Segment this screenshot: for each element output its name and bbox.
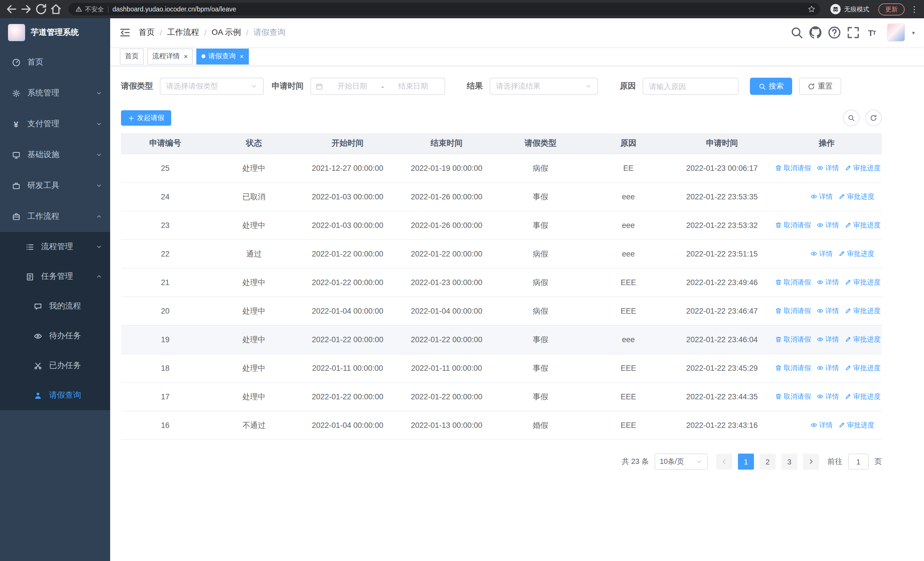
next-page-button[interactable] <box>803 454 819 469</box>
page-size-select[interactable]: 10条/页 <box>655 454 708 469</box>
sidebar-item[interactable]: 任务管理 <box>0 262 110 291</box>
bookmark-star-icon[interactable] <box>808 5 816 13</box>
cell-leave-type: 事假 <box>496 325 584 354</box>
sidebar-item[interactable]: 工作流程 <box>0 201 110 232</box>
result-select[interactable]: 请选择流结果 <box>490 78 598 95</box>
refresh-table-button[interactable] <box>865 110 882 126</box>
page-button[interactable]: 3 <box>782 454 797 469</box>
cancel-leave-link[interactable]: 取消请假 <box>775 278 811 287</box>
cell-apply-time: 2022-01-22 23:51:15 <box>672 240 772 268</box>
eye-icon <box>33 332 42 340</box>
update-button[interactable]: 更新 <box>878 3 904 15</box>
page-button[interactable]: 2 <box>760 454 776 469</box>
home-icon[interactable] <box>49 2 63 16</box>
reset-button[interactable]: 重置 <box>799 78 841 95</box>
reason-input[interactable] <box>643 78 738 95</box>
caret-down-icon[interactable]: ▾ <box>912 29 915 36</box>
search-button[interactable]: 搜索 <box>750 78 792 95</box>
detail-link[interactable]: 详情 <box>817 392 839 402</box>
sidebar-item[interactable]: ¥支付管理 <box>0 108 110 139</box>
detail-link[interactable]: 详情 <box>817 363 839 373</box>
page-content: 请假类型 请选择请假类型 申请时间 开始日期 - 结束日期 结果 <box>110 66 924 561</box>
font-size-icon[interactable]: TT <box>865 25 879 40</box>
detail-link[interactable]: 详情 <box>817 163 839 173</box>
tab-label: 流程详情 <box>152 51 180 61</box>
cell-end-time: 2022-01-11 00:00:00 <box>397 354 496 382</box>
eye-icon <box>817 279 824 286</box>
browser-menu-icon[interactable]: ⋮ <box>909 5 920 14</box>
search-icon[interactable] <box>790 25 804 40</box>
back-icon[interactable] <box>4 2 18 16</box>
apply-time-range-picker[interactable]: 开始日期 - 结束日期 <box>310 78 445 95</box>
detail-link[interactable]: 详情 <box>817 335 839 344</box>
cancel-leave-link[interactable]: 取消请假 <box>775 335 811 344</box>
approval-progress-link[interactable]: 审批进度 <box>844 363 880 373</box>
trash-icon <box>775 165 782 171</box>
app-logo[interactable]: 芋道管理系统 <box>0 18 110 47</box>
cell-operations: 详情审批进度 <box>772 240 882 268</box>
sidebar-item[interactable]: 已办任务 <box>0 351 110 381</box>
approval-progress-link[interactable]: 审批进度 <box>844 221 880 230</box>
sidebar-toggle-icon[interactable] <box>119 27 131 38</box>
cancel-leave-link[interactable]: 取消请假 <box>775 363 811 373</box>
cell-end-time: 2022-01-26 00:00:00 <box>397 211 496 240</box>
tab-item[interactable]: 首页 <box>120 48 144 64</box>
address-bar[interactable]: 不安全 dashboard.yudao.iocoder.cn/bpm/oa/le… <box>69 3 820 15</box>
cancel-leave-link[interactable]: 取消请假 <box>775 392 811 402</box>
sidebar-item[interactable]: 基础设施 <box>0 139 110 170</box>
help-icon[interactable] <box>828 25 841 40</box>
create-leave-button[interactable]: 发起请假 <box>121 110 171 126</box>
chevron-down-icon <box>585 83 592 90</box>
prev-page-button[interactable] <box>716 454 732 469</box>
sidebar-item[interactable]: 研发工具 <box>0 170 110 201</box>
cancel-leave-link[interactable]: 取消请假 <box>775 221 811 230</box>
github-icon[interactable] <box>809 25 822 40</box>
breadcrumb-item[interactable]: OA 示例 <box>212 27 241 38</box>
sidebar-item[interactable]: 首页 <box>0 47 110 78</box>
detail-link[interactable]: 详情 <box>817 306 839 316</box>
leave-type-select[interactable]: 请选择请假类型 <box>160 78 264 95</box>
detail-link[interactable]: 详情 <box>810 420 832 430</box>
fullscreen-icon[interactable] <box>846 25 860 40</box>
edit-icon <box>844 336 852 343</box>
cancel-leave-link[interactable]: 取消请假 <box>775 163 811 173</box>
breadcrumb-item[interactable]: 首页 <box>139 27 154 38</box>
forward-icon[interactable] <box>20 2 33 16</box>
reload-icon[interactable] <box>34 2 48 16</box>
approval-progress-link[interactable]: 审批进度 <box>844 335 880 344</box>
table-row: 19处理中2022-01-22 00:00:002022-01-22 00:00… <box>121 325 882 354</box>
page-button[interactable]: 1 <box>738 454 754 469</box>
avatar[interactable] <box>887 23 905 42</box>
cancel-leave-link[interactable]: 取消请假 <box>775 306 811 316</box>
workflow-icon <box>11 212 21 221</box>
eye-icon <box>817 336 824 343</box>
close-icon[interactable]: × <box>240 53 244 60</box>
sidebar-item[interactable]: 我的流程 <box>0 291 110 321</box>
approval-progress-link[interactable]: 审批进度 <box>838 249 874 259</box>
approval-progress-link[interactable]: 审批进度 <box>844 306 880 316</box>
approval-progress-link[interactable]: 审批进度 <box>838 192 874 202</box>
approval-progress-link[interactable]: 审批进度 <box>844 392 880 402</box>
chevron-down-icon <box>96 90 102 96</box>
detail-link[interactable]: 详情 <box>810 249 832 259</box>
detail-link[interactable]: 详情 <box>810 192 832 202</box>
detail-link[interactable]: 详情 <box>817 278 839 287</box>
sidebar-item[interactable]: 请假查询 <box>0 381 110 410</box>
scissors-icon <box>33 361 42 370</box>
security-indicator[interactable]: 不安全 <box>75 5 104 14</box>
toggle-search-button[interactable] <box>843 110 860 126</box>
sidebar-item[interactable]: 流程管理 <box>0 232 110 262</box>
breadcrumb-separator: / <box>204 28 207 37</box>
tab-item[interactable]: 流程详情× <box>147 48 193 64</box>
sidebar-item[interactable]: 系统管理 <box>0 78 110 108</box>
approval-progress-link[interactable]: 审批进度 <box>844 278 880 287</box>
sidebar-item[interactable]: 待办任务 <box>0 321 110 351</box>
approval-progress-link[interactable]: 审批进度 <box>838 420 874 430</box>
approval-progress-link[interactable]: 审批进度 <box>844 163 880 173</box>
close-icon[interactable]: × <box>184 53 188 60</box>
goto-page-input[interactable] <box>848 454 868 469</box>
detail-link[interactable]: 详情 <box>817 221 839 230</box>
breadcrumb-item[interactable]: 工作流程 <box>167 27 199 38</box>
tab-item[interactable]: 请假查询× <box>196 48 249 64</box>
cell-leave-type: 病假 <box>496 297 584 325</box>
